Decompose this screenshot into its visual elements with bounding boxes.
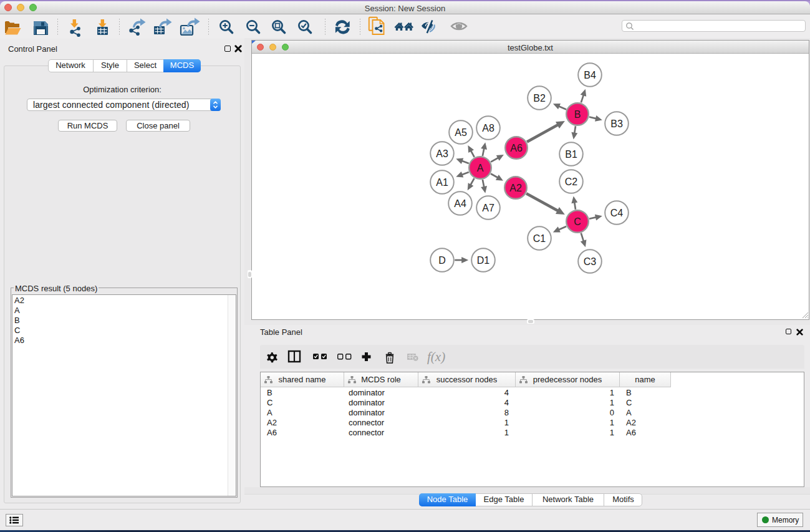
svg-text:A1: A1: [436, 177, 448, 188]
svg-text:C2: C2: [565, 177, 578, 187]
svg-text:C3: C3: [584, 256, 597, 267]
svg-text:B2: B2: [533, 93, 546, 104]
svg-text:C4: C4: [610, 208, 624, 218]
svg-text:A2: A2: [509, 183, 522, 193]
svg-text:B: B: [574, 109, 581, 120]
svg-text:B1: B1: [565, 149, 577, 160]
svg-text:A3: A3: [436, 148, 448, 159]
svg-text:D1: D1: [477, 255, 490, 266]
svg-text:A4: A4: [454, 198, 466, 209]
svg-text:B4: B4: [584, 70, 596, 80]
svg-text:D: D: [438, 255, 446, 266]
svg-text:A5: A5: [455, 127, 467, 138]
svg-text:A: A: [477, 163, 484, 173]
svg-text:B3: B3: [610, 118, 623, 129]
svg-text:C1: C1: [533, 233, 546, 244]
svg-text:A8: A8: [482, 123, 494, 133]
svg-text:A6: A6: [510, 143, 523, 153]
svg-text:C: C: [574, 216, 581, 227]
svg-text:f(x): f(x): [427, 349, 445, 364]
svg-text:A7: A7: [482, 203, 494, 213]
